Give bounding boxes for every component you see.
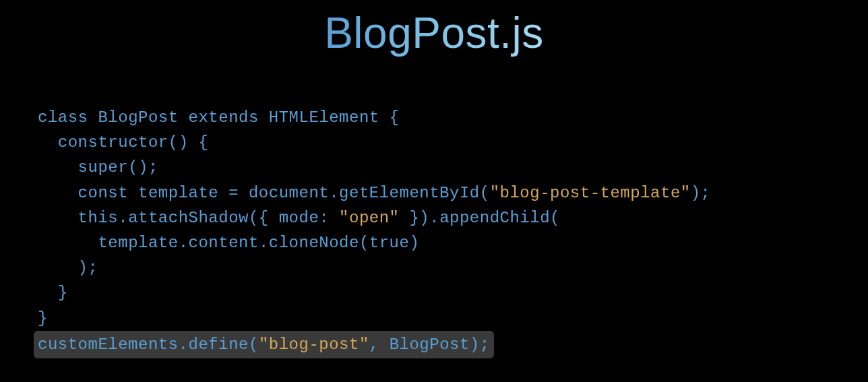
document-obj: document: [249, 184, 329, 202]
string-blog-post: "blog-post": [259, 336, 369, 354]
colon: :: [319, 209, 339, 227]
custom-elements-obj: customElements: [38, 336, 179, 354]
brace-open: {: [390, 108, 400, 127]
dot: .: [118, 209, 128, 227]
paren-close: ): [409, 234, 419, 252]
class-ref: BlogPost: [390, 336, 470, 354]
clone-node-method: cloneNode: [269, 234, 359, 252]
paren-close-semi: );: [78, 259, 98, 277]
string-template-id: "blog-post-template": [490, 184, 691, 202]
brace-close: }: [58, 284, 68, 302]
keyword-const: const: [78, 184, 129, 202]
this-keyword: this: [78, 209, 119, 227]
parens: (): [168, 133, 189, 152]
template-var: template: [98, 234, 178, 252]
keyword-class: class: [38, 108, 88, 127]
content-prop: content: [189, 234, 259, 252]
append-child-method: appendChild: [439, 209, 550, 227]
paren-open: (: [480, 184, 490, 202]
bool-true: true: [369, 234, 410, 252]
equals: =: [228, 184, 239, 202]
keyword-super: super: [78, 158, 129, 177]
get-element-method: getElementById: [339, 184, 480, 202]
paren-open: (: [550, 209, 560, 227]
dot: .: [259, 234, 269, 252]
call-close: ();: [128, 158, 158, 177]
define-method: define: [189, 336, 249, 354]
code-block: class BlogPost extends HTMLElement { con…: [38, 105, 711, 358]
paren-open: (: [359, 234, 369, 252]
string-open: "open": [339, 209, 399, 227]
paren-close-semi: );: [470, 336, 490, 354]
mode-key: mode: [279, 209, 319, 227]
superclass-name: HTMLElement: [269, 108, 379, 127]
obj-open: ({: [249, 209, 279, 227]
obj-close: }).: [400, 209, 440, 227]
highlighted-line: customElements.define("blog-post", BlogP…: [34, 331, 494, 358]
constructor-keyword: constructor: [58, 133, 168, 152]
comma: ,: [369, 336, 390, 354]
dot: .: [179, 336, 189, 354]
attach-shadow-method: attachShadow: [128, 209, 249, 227]
brace-open: {: [198, 133, 208, 152]
dot: .: [179, 234, 189, 252]
class-name: BlogPost: [98, 108, 178, 127]
paren-open: (: [249, 336, 259, 354]
keyword-extends: extends: [189, 108, 259, 127]
dot: .: [329, 184, 339, 202]
brace-close: }: [38, 309, 48, 327]
paren-close: );: [691, 184, 711, 202]
var-template: template: [138, 184, 218, 202]
slide-title: BlogPost.js: [324, 8, 544, 58]
slide-container: BlogPost.js class BlogPost extends HTMLE…: [0, 0, 868, 382]
